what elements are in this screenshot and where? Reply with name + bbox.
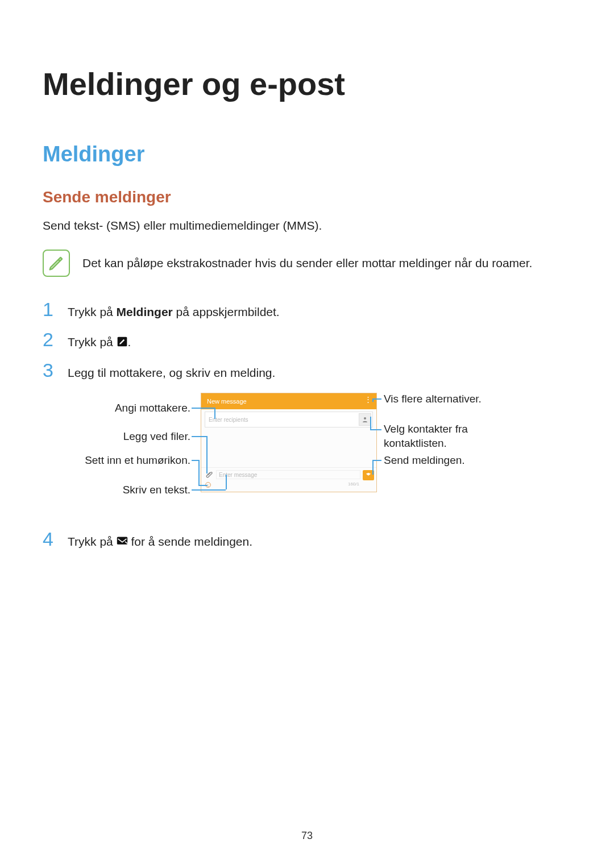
- text-fragment: Trykk på: [68, 335, 117, 348]
- text-fragment: på appskjermbildet.: [173, 305, 280, 318]
- callout-line: [206, 436, 208, 474]
- svg-point-1: [364, 417, 366, 420]
- app-name-bold: Meldinger: [117, 305, 173, 318]
- document-page: Meldinger og e-post Meldinger Sende meld…: [0, 0, 614, 868]
- compose-icon: [117, 334, 128, 344]
- intro-text: Send tekst- (SMS) eller multimediemeldin…: [43, 217, 571, 235]
- text-fragment: for å sende meldingen.: [128, 535, 252, 548]
- callout-attach: Legg ved filer.: [123, 430, 190, 443]
- callout-line: [372, 398, 381, 400]
- more-options-icon: ⋮: [364, 396, 372, 403]
- callout-line: [192, 408, 214, 409]
- send-icon-inline: [117, 534, 128, 544]
- note-text: Det kan påløpe ekstrakostnader hvis du s…: [82, 248, 532, 272]
- callout-line: [226, 475, 227, 489]
- contact-picker-icon: [359, 413, 371, 426]
- svg-point-4: [209, 484, 209, 484]
- callout-more-options: Vis flere alternativer.: [384, 393, 482, 405]
- phone-header-title: New message: [207, 398, 247, 405]
- text-fragment: Trykk på: [68, 305, 117, 318]
- emoji-icon: [205, 480, 211, 487]
- callout-emoji: Sett inn et humørikon.: [85, 454, 190, 467]
- char-count: 160/1: [348, 481, 359, 487]
- steps-list: 1 Trykk på Meldinger på appskjermbildet.…: [43, 300, 571, 382]
- steps-list-cont: 4 Trykk på for å sende meldingen.: [43, 529, 571, 551]
- callout-line: [198, 485, 208, 486]
- callout-line: [214, 408, 215, 419]
- step-item-4: 4 Trykk på for å sende meldingen.: [43, 529, 571, 551]
- step-text: Trykk på .: [68, 330, 131, 351]
- note-block: Det kan påløpe ekstrakostnader hvis du s…: [43, 248, 571, 277]
- text-fragment: Trykk på: [68, 535, 117, 548]
- callout-line: [198, 460, 200, 485]
- recipient-field: Enter recipients: [205, 412, 373, 427]
- phone-body-area: [201, 427, 376, 467]
- callout-line: [192, 489, 226, 491]
- phone-header: New message ⋮: [201, 393, 376, 409]
- page-number: 73: [301, 830, 313, 842]
- message-placeholder: Enter message: [219, 472, 257, 478]
- step-item-3: 3 Legg til mottakere, og skriv en meldin…: [43, 360, 571, 382]
- step-text: Trykk på for å sende meldingen.: [68, 529, 252, 551]
- message-input-row: Enter message 160/1: [201, 467, 376, 489]
- callout-line: [372, 460, 381, 461]
- step-number: 3: [43, 360, 57, 380]
- callout-line: [370, 417, 371, 429]
- phone-mockup: New message ⋮ Enter recipients Enter mes…: [201, 393, 377, 492]
- callout-recipients: Angi mottakere.: [115, 402, 190, 414]
- callout-line: [192, 460, 198, 461]
- callout-send: Send meldingen.: [384, 454, 465, 467]
- step-number: 4: [43, 529, 57, 549]
- subsection-title-h3: Sende meldinger: [43, 188, 571, 206]
- step-text: Trykk på Meldinger på appskjermbildet.: [68, 300, 280, 321]
- section-title-h2: Meldinger: [43, 142, 571, 167]
- callout-write: Skriv en tekst.: [123, 484, 190, 496]
- callout-line: [372, 460, 374, 475]
- step-text: Legg til mottakere, og skriv en melding.: [68, 360, 275, 382]
- callout-line: [370, 429, 381, 430]
- callout-line: [372, 398, 374, 402]
- callout-line: [192, 436, 206, 437]
- annotated-screenshot: Angi mottakere. Legg ved filer. Sett inn…: [65, 393, 532, 518]
- callout-contacts: Velg kontakter fra kontaktlisten.: [384, 422, 532, 450]
- text-fragment: .: [128, 335, 131, 348]
- step-number: 2: [43, 330, 57, 349]
- note-icon: [43, 250, 70, 277]
- step-item-1: 1 Trykk på Meldinger på appskjermbildet.: [43, 300, 571, 321]
- page-title-h1: Meldinger og e-post: [43, 65, 571, 102]
- message-field: Enter message: [216, 470, 360, 479]
- svg-rect-5: [117, 537, 127, 545]
- step-item-2: 2 Trykk på .: [43, 330, 571, 351]
- step-number: 1: [43, 300, 57, 319]
